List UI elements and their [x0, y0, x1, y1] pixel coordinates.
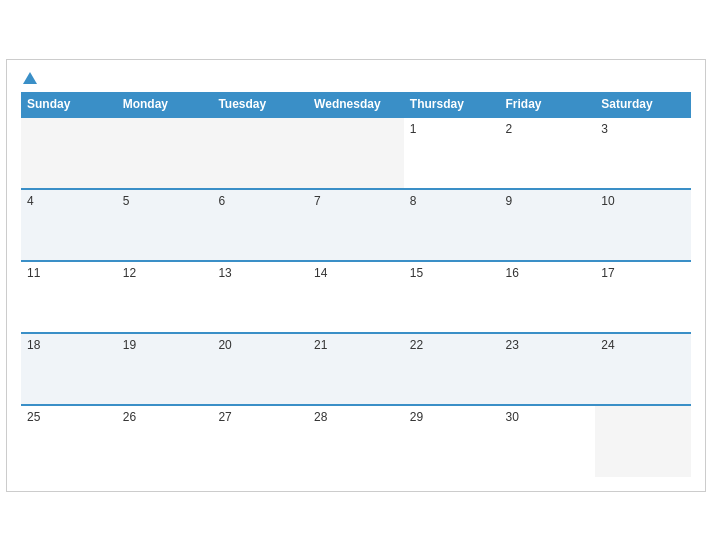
calendar-cell: 10 — [595, 189, 691, 261]
calendar-table: SundayMondayTuesdayWednesdayThursdayFrid… — [21, 92, 691, 477]
day-number: 11 — [27, 266, 40, 280]
calendar-cell: 11 — [21, 261, 117, 333]
calendar-cell: 27 — [212, 405, 308, 477]
day-number: 18 — [27, 338, 40, 352]
day-number: 3 — [601, 122, 608, 136]
calendar-header — [21, 72, 691, 84]
logo-triangle-icon — [23, 72, 37, 84]
day-number: 22 — [410, 338, 423, 352]
calendar-cell: 15 — [404, 261, 500, 333]
logo — [21, 72, 37, 84]
day-number: 16 — [506, 266, 519, 280]
calendar-cell: 29 — [404, 405, 500, 477]
calendar-cell: 3 — [595, 117, 691, 189]
calendar-cell: 16 — [500, 261, 596, 333]
calendar-cell — [595, 405, 691, 477]
weekday-header-monday: Monday — [117, 92, 213, 117]
weekday-header-friday: Friday — [500, 92, 596, 117]
calendar-cell: 18 — [21, 333, 117, 405]
day-number: 27 — [218, 410, 231, 424]
day-number: 12 — [123, 266, 136, 280]
day-number: 25 — [27, 410, 40, 424]
calendar-cell: 28 — [308, 405, 404, 477]
calendar-cell: 22 — [404, 333, 500, 405]
day-number: 14 — [314, 266, 327, 280]
weekday-header-wednesday: Wednesday — [308, 92, 404, 117]
calendar-cell: 1 — [404, 117, 500, 189]
weekday-header-row: SundayMondayTuesdayWednesdayThursdayFrid… — [21, 92, 691, 117]
calendar-week-row: 18192021222324 — [21, 333, 691, 405]
calendar-cell: 13 — [212, 261, 308, 333]
calendar-cell: 14 — [308, 261, 404, 333]
day-number: 8 — [410, 194, 417, 208]
calendar-cell: 2 — [500, 117, 596, 189]
calendar-cell — [21, 117, 117, 189]
day-number: 9 — [506, 194, 513, 208]
calendar-wrapper: SundayMondayTuesdayWednesdayThursdayFrid… — [6, 59, 706, 492]
day-number: 15 — [410, 266, 423, 280]
calendar-cell: 12 — [117, 261, 213, 333]
calendar-cell: 4 — [21, 189, 117, 261]
calendar-cell — [308, 117, 404, 189]
calendar-cell: 17 — [595, 261, 691, 333]
weekday-header-thursday: Thursday — [404, 92, 500, 117]
day-number: 1 — [410, 122, 417, 136]
day-number: 10 — [601, 194, 614, 208]
calendar-cell: 24 — [595, 333, 691, 405]
calendar-week-row: 123 — [21, 117, 691, 189]
weekday-header-saturday: Saturday — [595, 92, 691, 117]
calendar-week-row: 11121314151617 — [21, 261, 691, 333]
calendar-cell: 23 — [500, 333, 596, 405]
day-number: 13 — [218, 266, 231, 280]
calendar-cell: 9 — [500, 189, 596, 261]
day-number: 6 — [218, 194, 225, 208]
day-number: 28 — [314, 410, 327, 424]
day-number: 19 — [123, 338, 136, 352]
day-number: 2 — [506, 122, 513, 136]
day-number: 26 — [123, 410, 136, 424]
calendar-cell: 25 — [21, 405, 117, 477]
calendar-cell — [117, 117, 213, 189]
calendar-week-row: 252627282930 — [21, 405, 691, 477]
day-number: 30 — [506, 410, 519, 424]
calendar-cell: 6 — [212, 189, 308, 261]
calendar-cell: 8 — [404, 189, 500, 261]
calendar-cell — [212, 117, 308, 189]
day-number: 7 — [314, 194, 321, 208]
weekday-header-sunday: Sunday — [21, 92, 117, 117]
calendar-cell: 30 — [500, 405, 596, 477]
weekday-header-tuesday: Tuesday — [212, 92, 308, 117]
day-number: 23 — [506, 338, 519, 352]
calendar-cell: 21 — [308, 333, 404, 405]
day-number: 21 — [314, 338, 327, 352]
day-number: 20 — [218, 338, 231, 352]
calendar-cell: 20 — [212, 333, 308, 405]
day-number: 29 — [410, 410, 423, 424]
day-number: 5 — [123, 194, 130, 208]
calendar-cell: 5 — [117, 189, 213, 261]
calendar-cell: 7 — [308, 189, 404, 261]
calendar-cell: 19 — [117, 333, 213, 405]
day-number: 4 — [27, 194, 34, 208]
calendar-week-row: 45678910 — [21, 189, 691, 261]
day-number: 17 — [601, 266, 614, 280]
day-number: 24 — [601, 338, 614, 352]
calendar-cell: 26 — [117, 405, 213, 477]
